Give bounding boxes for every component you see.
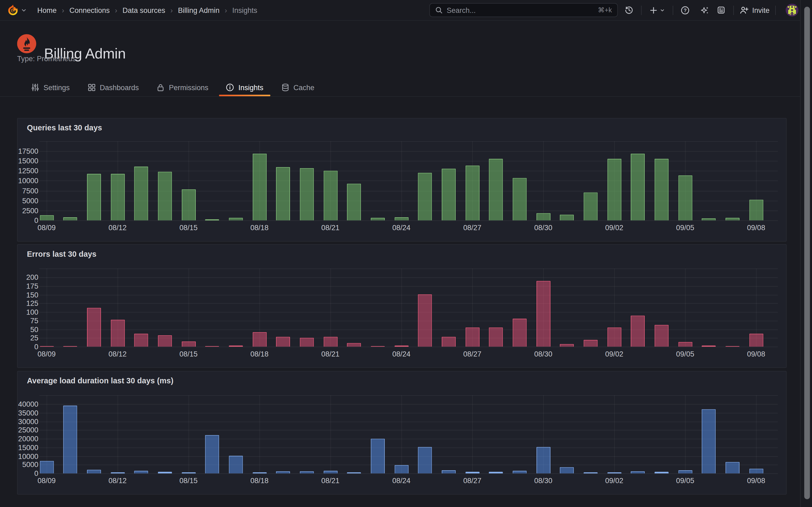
bar-08/26	[442, 337, 456, 347]
topbar-divider	[733, 5, 733, 15]
x-axis-tick-label: 08/12	[99, 223, 136, 232]
gridline-horizontal	[40, 447, 778, 448]
bar-08/30	[536, 281, 550, 347]
grafana-logo-button[interactable]	[7, 4, 27, 16]
bar-08/29	[513, 178, 526, 220]
bar-08/16	[205, 219, 219, 221]
tab-dashboards[interactable]: Dashboards	[80, 78, 146, 96]
bar-08/10	[63, 406, 77, 473]
x-axis-tick-label: 08/30	[525, 350, 561, 358]
bar-09/02	[607, 159, 621, 220]
chevron-down-icon	[659, 7, 665, 13]
bar-09/03	[631, 154, 645, 221]
tab-label: Insights	[239, 83, 263, 92]
bar-09/07	[725, 462, 740, 473]
bar-08/19	[276, 337, 290, 347]
y-axis-tick-label: 50	[14, 325, 38, 333]
top-navigation-bar: Home›Connections›Data sources›Billing Ad…	[0, 0, 812, 21]
x-axis-tick-label: 08/09	[29, 350, 65, 358]
tab-permissions[interactable]: Permissions	[149, 78, 216, 96]
y-axis-tick-label: 5000	[14, 461, 38, 469]
x-axis-tick-label: 08/30	[525, 476, 561, 485]
bar-08/29	[513, 471, 526, 473]
tab-insights[interactable]: Insights	[219, 78, 271, 96]
bar-09/01	[583, 192, 598, 220]
bar-08/15	[182, 341, 196, 347]
x-axis-tick-label: 09/02	[596, 350, 632, 358]
bar-08/20	[300, 168, 314, 221]
bar-08/22	[347, 184, 361, 221]
gridline-vertical	[401, 269, 402, 347]
y-axis-tick-label: 25	[14, 334, 38, 342]
x-axis-tick-label: 08/12	[99, 350, 136, 358]
bar-08/14	[158, 335, 172, 347]
y-axis-tick-label: 15000	[14, 443, 38, 451]
bar-08/26	[442, 169, 456, 221]
bar-09/04	[655, 325, 669, 347]
info-circle-icon	[226, 83, 235, 92]
tab-cache[interactable]: Cache	[273, 78, 321, 96]
y-axis-tick-label: 15000	[14, 157, 38, 165]
breadcrumb-item-home[interactable]: Home	[37, 6, 57, 14]
x-axis-tick-label: 08/18	[241, 350, 277, 358]
bar-08/29	[513, 319, 526, 347]
gridline-horizontal	[40, 465, 778, 465]
help-button[interactable]: ?	[678, 3, 692, 17]
gridline-vertical	[189, 269, 189, 347]
bar-08/31	[560, 467, 574, 473]
y-axis-tick-label: 10000	[14, 452, 38, 460]
tab-label: Cache	[294, 83, 314, 92]
bar-09/08	[749, 469, 763, 473]
gridline-vertical	[118, 395, 118, 473]
y-axis-tick-label: 150	[14, 290, 38, 299]
scrollbar-thumb[interactable]	[804, 7, 810, 499]
org-switcher-caret-icon	[21, 7, 27, 13]
bar-08/20	[300, 471, 314, 473]
gridline-vertical	[47, 141, 47, 220]
bar-09/02	[607, 328, 621, 347]
bar-08/23	[371, 346, 385, 347]
breadcrumb-item-data-sources[interactable]: Data sources	[122, 6, 165, 14]
panel-queries-last-30-days: Queries last 30 days02500500075001000012…	[17, 118, 787, 242]
y-axis-tick-label: 40000	[14, 400, 38, 408]
x-axis-tick-label: 09/08	[738, 350, 774, 358]
bar-08/20	[300, 338, 314, 347]
gridline-horizontal	[40, 473, 778, 474]
bar-08/14	[158, 472, 172, 473]
x-axis-tick-label: 08/27	[454, 350, 491, 358]
gridline-horizontal	[40, 321, 778, 321]
gridline-vertical	[756, 395, 757, 473]
tab-settings[interactable]: Settings	[24, 78, 77, 96]
invite-button[interactable]: Invite	[739, 5, 770, 15]
bar-09/06	[702, 345, 716, 347]
person-plus-icon	[739, 5, 749, 15]
x-axis-tick-label: 08/21	[312, 476, 349, 485]
history-icon	[624, 6, 633, 14]
ai-assistant-button[interactable]	[697, 3, 712, 17]
breadcrumb-item-billing-admin[interactable]: Billing Admin	[178, 6, 220, 14]
bar-09/07	[725, 346, 740, 347]
user-avatar[interactable]	[786, 3, 799, 16]
bar-08/22	[347, 343, 361, 347]
x-axis-tick-label: 08/18	[241, 476, 277, 485]
x-axis-tick-label: 08/24	[383, 476, 419, 485]
news-button[interactable]	[714, 3, 728, 17]
tab-label: Dashboards	[100, 83, 139, 92]
bar-08/12	[111, 174, 124, 221]
add-new-button[interactable]	[646, 3, 668, 17]
page-subtitle: Type: Prometheus	[17, 54, 76, 62]
breadcrumb-item-connections[interactable]: Connections	[69, 6, 110, 14]
bar-08/27	[465, 328, 479, 347]
y-axis-tick-label: 7500	[14, 186, 38, 195]
topbar-actions: Search... ⌘+k ?	[429, 3, 812, 17]
x-axis-tick-label: 09/08	[738, 223, 774, 232]
breadcrumb-separator-icon: ›	[170, 6, 173, 14]
search-input[interactable]: Search... ⌘+k	[429, 3, 618, 17]
lock-icon	[157, 83, 165, 92]
bar-08/30	[536, 447, 550, 473]
bar-08/25	[418, 173, 432, 220]
bar-08/19	[276, 471, 290, 473]
bar-08/09	[40, 461, 54, 473]
x-axis-tick-label: 08/21	[312, 350, 349, 358]
history-button[interactable]	[622, 3, 636, 17]
